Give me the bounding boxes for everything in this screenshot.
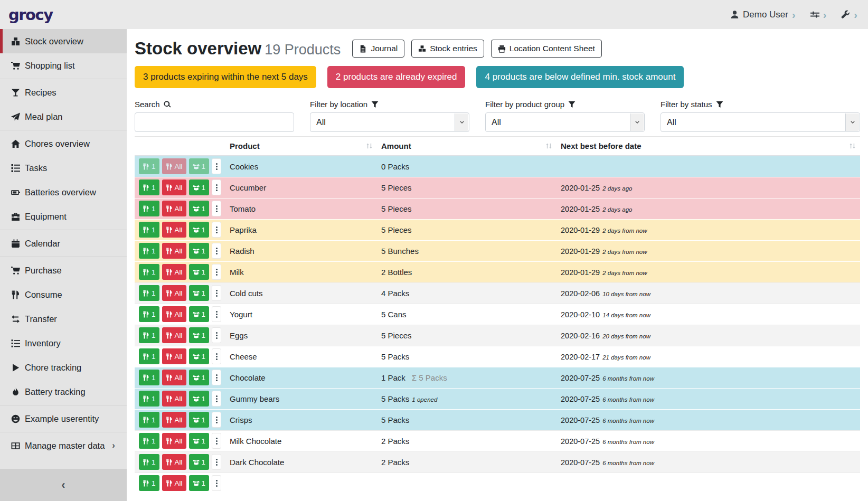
- sidebar-item-shopping-list[interactable]: Shopping list: [0, 53, 127, 78]
- consume-one-button[interactable]: 1: [139, 158, 159, 174]
- sidebar-item-tasks[interactable]: Tasks: [0, 156, 127, 180]
- sidebar-item-example-userentity[interactable]: Example userentity: [0, 407, 127, 431]
- open-one-button[interactable]: 1: [189, 243, 210, 259]
- consume-all-button[interactable]: All: [162, 264, 186, 280]
- row-menu-button[interactable]: [212, 201, 221, 216]
- row-menu-button[interactable]: [212, 179, 221, 195]
- row-menu-button[interactable]: [212, 243, 221, 259]
- sidebar-item-manage-master-data[interactable]: Manage master data›: [0, 433, 127, 458]
- admin-menu[interactable]: ›: [841, 10, 857, 20]
- sidebar-item-batteries-overview[interactable]: Batteries overview: [0, 180, 127, 204]
- consume-all-button[interactable]: All: [162, 370, 186, 385]
- row-menu-button[interactable]: [212, 454, 221, 470]
- sort-icon[interactable]: [545, 143, 552, 149]
- sidebar-item-chores-overview[interactable]: Chores overview: [0, 131, 127, 156]
- column-header-product[interactable]: Product: [225, 137, 377, 156]
- open-one-button[interactable]: 1: [189, 433, 210, 449]
- product-group-filter-select[interactable]: All: [485, 112, 645, 132]
- consume-all-button[interactable]: All: [162, 285, 186, 301]
- consume-one-button[interactable]: 1: [139, 201, 159, 216]
- column-header-amount[interactable]: Amount: [377, 137, 556, 156]
- consume-all-button[interactable]: All: [162, 222, 186, 238]
- open-one-button[interactable]: 1: [189, 306, 210, 322]
- open-one-button[interactable]: 1: [189, 327, 210, 343]
- consume-all-button[interactable]: All: [162, 158, 186, 174]
- grocy-logo[interactable]: grocy: [8, 6, 53, 24]
- row-menu-button[interactable]: [212, 306, 221, 322]
- consume-all-button[interactable]: All: [162, 243, 186, 259]
- open-one-button[interactable]: 1: [189, 222, 210, 238]
- row-menu-button[interactable]: [212, 412, 221, 428]
- column-header-best-before-date[interactable]: Next best before date: [556, 137, 860, 156]
- location-content-sheet-button[interactable]: Location Content Sheet: [491, 40, 602, 58]
- journal-button[interactable]: Journal: [352, 40, 404, 58]
- row-menu-button[interactable]: [212, 285, 221, 301]
- consume-one-button[interactable]: 1: [139, 433, 159, 449]
- consume-one-button[interactable]: 1: [139, 370, 159, 385]
- row-menu-button[interactable]: [212, 475, 221, 491]
- sidebar-item-battery-tracking[interactable]: Battery tracking: [0, 380, 127, 404]
- consume-all-button[interactable]: All: [162, 475, 186, 491]
- row-menu-button[interactable]: [212, 222, 221, 238]
- consume-one-button[interactable]: 1: [139, 243, 159, 259]
- search-input[interactable]: [135, 112, 294, 132]
- open-one-button[interactable]: 1: [189, 370, 210, 385]
- status-filter-select[interactable]: All: [661, 112, 860, 132]
- consume-one-button[interactable]: 1: [139, 348, 159, 364]
- sidebar-item-equipment[interactable]: Equipment: [0, 204, 127, 229]
- consume-one-button[interactable]: 1: [139, 391, 159, 407]
- sidebar-item-chore-tracking[interactable]: Chore tracking: [0, 355, 127, 380]
- row-menu-button[interactable]: [212, 264, 221, 280]
- consume-all-button[interactable]: All: [162, 348, 186, 364]
- open-one-button[interactable]: 1: [189, 412, 210, 428]
- row-menu-button[interactable]: [212, 327, 221, 343]
- settings-menu[interactable]: ›: [810, 10, 827, 20]
- consume-one-button[interactable]: 1: [139, 454, 159, 470]
- consume-all-button[interactable]: All: [162, 179, 186, 195]
- sort-icon[interactable]: [366, 143, 373, 149]
- consume-one-button[interactable]: 1: [139, 179, 159, 195]
- user-menu[interactable]: Demo User ›: [730, 10, 796, 20]
- consume-all-button[interactable]: All: [162, 201, 186, 216]
- stock-entries-button[interactable]: Stock entries: [411, 40, 484, 58]
- open-one-button[interactable]: 1: [189, 348, 210, 364]
- location-filter-select[interactable]: All: [310, 112, 469, 132]
- row-menu-button[interactable]: [212, 370, 221, 385]
- sidebar-item-recipes[interactable]: Recipes: [0, 80, 127, 105]
- open-one-button[interactable]: 1: [189, 201, 210, 216]
- consume-all-button[interactable]: All: [162, 433, 186, 449]
- open-one-button[interactable]: 1: [189, 391, 210, 407]
- consume-all-button[interactable]: All: [162, 391, 186, 407]
- sidebar-item-consume[interactable]: Consume: [0, 282, 127, 307]
- summary-badge[interactable]: 4 products are below defined min. stock …: [476, 66, 684, 88]
- open-one-button[interactable]: 1: [189, 179, 210, 195]
- sidebar-item-calendar[interactable]: Calendar: [0, 231, 127, 256]
- open-one-button[interactable]: 1: [189, 158, 210, 174]
- sidebar-item-meal-plan[interactable]: Meal plan: [0, 105, 127, 129]
- sidebar-collapse-button[interactable]: ‹: [0, 469, 127, 501]
- row-menu-button[interactable]: [212, 433, 221, 449]
- consume-one-button[interactable]: 1: [139, 222, 159, 238]
- sidebar-item-inventory[interactable]: Inventory: [0, 331, 127, 355]
- sidebar-item-transfer[interactable]: Transfer: [0, 307, 127, 331]
- consume-all-button[interactable]: All: [162, 412, 186, 428]
- open-one-button[interactable]: 1: [189, 454, 210, 470]
- open-one-button[interactable]: 1: [189, 285, 210, 301]
- consume-one-button[interactable]: 1: [139, 412, 159, 428]
- summary-badge[interactable]: 3 products expiring within the next 5 da…: [135, 66, 316, 88]
- row-menu-button[interactable]: [212, 391, 221, 407]
- summary-badge[interactable]: 2 products are already expired: [327, 66, 466, 88]
- sort-icon[interactable]: [849, 143, 856, 149]
- consume-one-button[interactable]: 1: [139, 306, 159, 322]
- consume-one-button[interactable]: 1: [139, 285, 159, 301]
- row-menu-button[interactable]: [212, 158, 221, 174]
- open-one-button[interactable]: 1: [189, 264, 210, 280]
- consume-all-button[interactable]: All: [162, 306, 186, 322]
- sidebar-item-stock-overview[interactable]: Stock overview: [0, 29, 127, 53]
- consume-all-button[interactable]: All: [162, 327, 186, 343]
- consume-all-button[interactable]: All: [162, 454, 186, 470]
- consume-one-button[interactable]: 1: [139, 264, 159, 280]
- open-one-button[interactable]: 1: [189, 475, 210, 491]
- row-menu-button[interactable]: [212, 348, 221, 364]
- consume-one-button[interactable]: 1: [139, 475, 159, 491]
